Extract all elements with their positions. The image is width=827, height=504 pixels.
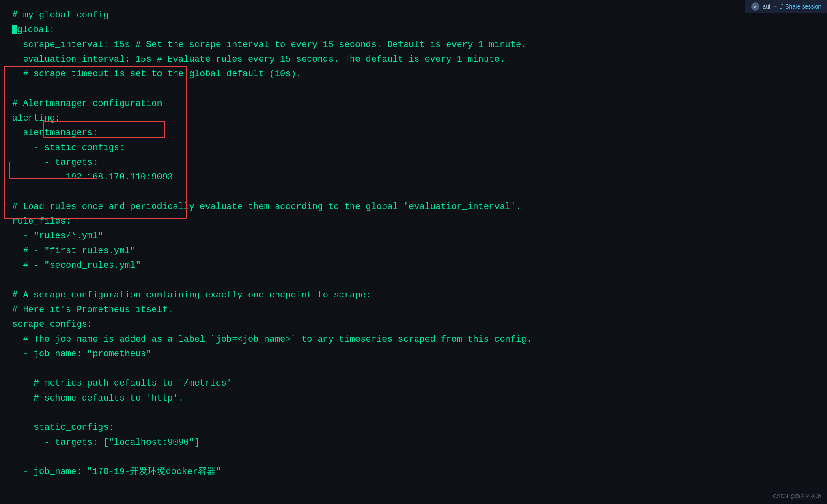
share-icon: ⤴ [780, 3, 783, 10]
line-2: global: [12, 23, 815, 37]
line-10: - static_configs: [12, 141, 815, 155]
line-26: # metrics_path defaults to '/metrics' [12, 376, 815, 391]
line-18: # - "second_rules.yml" [12, 258, 815, 273]
watermark: CSDN @勃发的树墩 [773, 493, 821, 500]
top-bar: a aul + ⤴ Share session [745, 0, 827, 13]
line-3: scrape_interval: 15s # Set the scrape in… [12, 38, 815, 52]
line-8: alerting: [12, 111, 815, 126]
user-avatar: a [751, 2, 759, 11]
line-15: rule_files: [12, 214, 815, 229]
share-label: Share session [785, 3, 821, 10]
line-23: # The job name is added as a label `job=… [12, 332, 815, 347]
line-11: - targets: [12, 155, 815, 170]
line-1: # my global config [12, 8, 815, 23]
line-12: - 192.168.170.110:9093 [12, 170, 815, 185]
line-5: # scrape_timeout is set to the global de… [12, 67, 815, 82]
share-session-button[interactable]: ⤴ Share session [780, 3, 821, 10]
line-29: static_configs: [12, 420, 815, 435]
user-label: aul [762, 3, 770, 10]
code-editor: # my global config global: scrape_interv… [0, 0, 827, 488]
line-25 [12, 362, 815, 376]
strikethrough-text: scrape_configuration containing exa [34, 290, 221, 300]
line-17: # - "first_rules.yml" [12, 244, 815, 258]
line-27: # scheme defaults to 'http'. [12, 391, 815, 406]
line-28 [12, 406, 815, 420]
separator: + [773, 3, 777, 10]
line-13 [12, 185, 815, 200]
line-21: # Here it's Prometheus itself. [12, 303, 815, 317]
line-6 [12, 82, 815, 96]
line-20: # A scrape_configuration containing exac… [12, 288, 815, 303]
line-14: # Load rules once and periodically evalu… [12, 200, 815, 214]
line-4: evaluation_interval: 15s # Evaluate rule… [12, 52, 815, 67]
line-22: scrape_configs: [12, 317, 815, 332]
line-19 [12, 273, 815, 288]
line-30: - targets: ["localhost:9090"] [12, 435, 815, 450]
cursor [12, 25, 17, 34]
line-24: - job_name: "prometheus" [12, 347, 815, 362]
line-31 [12, 450, 815, 465]
line-16: - "rules/*.yml" [12, 229, 815, 243]
line-32: - job_name: "170-19-开发环境docker容器" [12, 465, 815, 479]
line-7: # Alertmanager configuration [12, 97, 815, 111]
line-9: alertmanagers: [12, 126, 815, 140]
